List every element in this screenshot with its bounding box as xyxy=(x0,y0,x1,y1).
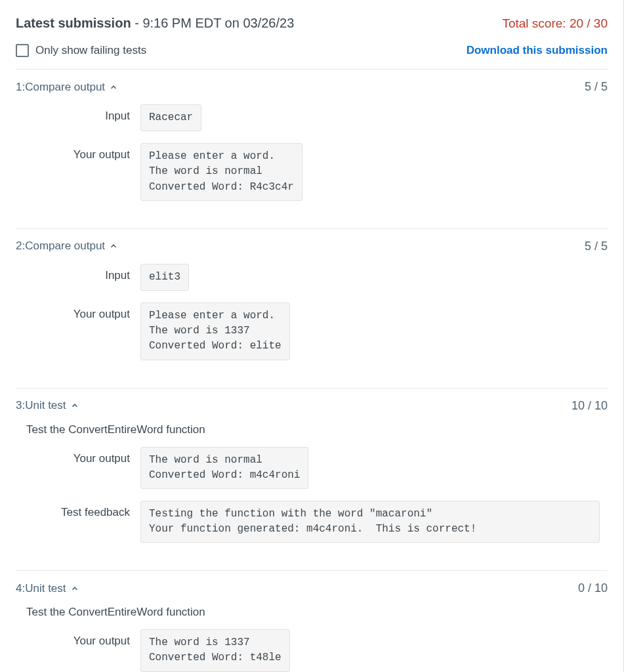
test-score: 5 / 5 xyxy=(585,80,608,94)
test-toggle[interactable]: 3:Unit test xyxy=(16,399,79,412)
output-box: Please enter a word. The word is normal … xyxy=(140,143,302,201)
output-label: Your output xyxy=(16,447,140,465)
test-toggle[interactable]: 2:Compare output xyxy=(16,240,118,253)
download-submission-link[interactable]: Download this submission xyxy=(467,44,608,57)
test-block: 1:Compare output 5 / 5 Input Racecar You… xyxy=(16,70,608,228)
output-label: Your output xyxy=(16,143,140,161)
input-label: Input xyxy=(16,264,140,282)
input-label: Input xyxy=(16,104,140,123)
test-description: Test the ConvertEntireWord function xyxy=(26,423,608,436)
feedback-label: Test feedback xyxy=(16,501,140,519)
test-toggle[interactable]: 1:Compare output xyxy=(16,81,118,94)
test-title-text: 2:Compare output xyxy=(16,240,105,253)
test-toggle[interactable]: 4:Unit test xyxy=(16,582,79,595)
output-box: The word is normal Converted Word: m4c4r… xyxy=(140,447,308,489)
chevron-up-icon xyxy=(70,401,79,410)
submission-title: Latest submission - 9:16 PM EDT on 03/26… xyxy=(16,16,294,31)
test-score: 5 / 5 xyxy=(585,240,608,253)
test-description: Test the ConvertEntireWord function xyxy=(26,606,608,619)
test-block: 4:Unit test 0 / 10 Test the ConvertEntir… xyxy=(16,571,608,672)
test-block: 3:Unit test 10 / 10 Test the ConvertEnti… xyxy=(16,388,608,571)
only-failing-label: Only show failing tests xyxy=(35,44,146,57)
output-box: Please enter a word. The word is 1337 Co… xyxy=(140,303,290,360)
input-box: Racecar xyxy=(140,104,201,131)
output-label: Your output xyxy=(16,303,140,321)
test-title-text: 1:Compare output xyxy=(16,81,105,94)
input-box: elit3 xyxy=(140,264,189,291)
submission-title-bold: Latest submission xyxy=(16,16,131,30)
chevron-up-icon xyxy=(70,584,79,593)
checkbox-icon xyxy=(16,44,29,57)
test-score: 0 / 10 xyxy=(578,581,608,595)
submission-title-rest: - 9:16 PM EDT on 03/26/23 xyxy=(131,16,295,30)
test-score: 10 / 10 xyxy=(572,399,608,413)
test-title-text: 4:Unit test xyxy=(16,582,66,595)
output-box: The word is 1337 Converted Word: t48le xyxy=(140,629,290,671)
chevron-up-icon xyxy=(109,242,118,251)
total-score: Total score: 20 / 30 xyxy=(502,16,608,31)
test-title-text: 3:Unit test xyxy=(16,399,66,412)
chevron-up-icon xyxy=(109,83,118,92)
only-failing-checkbox[interactable]: Only show failing tests xyxy=(16,44,146,57)
test-block: 2:Compare output 5 / 5 Input elit3 Your … xyxy=(16,229,608,388)
feedback-box: Testing the function with the word "maca… xyxy=(140,501,600,543)
output-label: Your output xyxy=(16,629,140,648)
